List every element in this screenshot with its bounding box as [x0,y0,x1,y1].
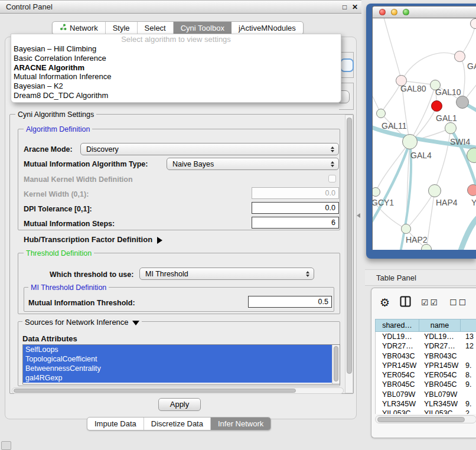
settings-scrollbar-thumb[interactable] [347,118,352,374]
table-row[interactable]: YDR27…YDR27…12 [376,341,476,351]
mi-threshold-group-title: MI Threshold Definition [28,283,109,292]
node-unlabeled-gray[interactable] [456,96,469,109]
dropdown-option-dream8[interactable]: Dream8 DC_TDC Algorithm [11,91,341,100]
algorithm-dropdown-list: Select algorithm to view settings Bayesi… [11,34,341,103]
splitter-collapse-arrow[interactable] [357,213,360,218]
tab-cyni-toolbox[interactable]: Cyni Toolbox [174,22,232,34]
split-columns-icon[interactable] [400,296,411,309]
node-label: GCY1 [372,198,394,207]
manual-kernel-width-label: Manual Kernel Width Definition [24,175,133,184]
gear-icon[interactable]: ⚙ [380,297,390,308]
dropdown-option-aracne[interactable]: ARACNE Algorithm [11,63,341,73]
node-gal4[interactable] [402,134,418,149]
column-header-shared-name[interactable]: shared… [376,319,419,331]
zoom-traffic-light-icon[interactable] [403,9,409,15]
cyni-algorithm-settings-title: Cyni Algorithm Settings [15,110,96,119]
apply-button[interactable]: Apply [158,398,201,411]
close-icon[interactable]: ✕ [352,3,358,11]
mi-threshold-field[interactable] [248,296,332,308]
settings-scrollbar-track [345,115,353,393]
node-hap4[interactable] [428,184,441,197]
hub-definition-toggle[interactable]: Hub/Transcription Factor Definition [24,235,162,244]
tab-jactivemnodules[interactable]: jActiveMNodules [232,22,303,34]
table-header-row: shared… name [375,319,476,332]
node-label: GAL80 [400,84,426,93]
mi-algorithm-type-label: Mutual Information Algorithm Type: [24,160,148,168]
mi-algorithm-type-select[interactable]: Naive Bayes [167,158,339,170]
table-hscrollbar-track [375,415,476,423]
table-row[interactable]: YIL053CYIL053C2. [376,409,476,414]
node-swi4[interactable] [445,122,457,134]
combo-arrows-icon [331,161,338,167]
dropdown-option-bayesian-hill-climbing[interactable]: Bayesian – Hill Climbing [11,44,341,54]
dpi-tolerance-field[interactable] [252,202,339,214]
sources-toggle[interactable]: Sources for Network Inference [22,318,142,327]
node-label: GAL11 [382,121,407,131]
kernel-width-field[interactable] [252,187,339,199]
tab-discretize-data[interactable]: Discretize Data [144,418,211,430]
deselect-all-columns-icon[interactable]: ☐☐ [449,298,468,307]
table-row[interactable]: YPR145WYPR145W9. [376,361,476,370]
collapsed-arrow-icon [157,237,162,244]
settings-hscrollbar-track [12,387,344,394]
mi-steps-field[interactable] [252,217,339,229]
list-item-betweennesscentrality[interactable]: BetweennessCentrality [23,364,332,373]
float-window-icon[interactable]: □ [343,3,347,11]
node-gal1[interactable] [431,100,442,112]
which-threshold-label: Which threshold to use: [50,270,133,279]
table-row[interactable]: YBR043CYBR043C [376,351,476,361]
kernel-width-label: Kernel Width (0,1): [24,190,89,198]
node-y-cut[interactable] [467,184,476,196]
tab-impute-data[interactable]: Impute Data [87,418,144,430]
combo-arrows-icon [331,146,338,152]
tab-network[interactable]: Network [53,22,106,34]
list-item-selfloops[interactable]: SelfLoops [23,345,332,354]
manual-kernel-width-checkbox[interactable] [328,175,336,182]
table-row[interactable]: YBR045CYBR045C9. [376,380,476,389]
mi-threshold-label: Mutual Information Threshold: [28,299,135,307]
dropdown-option-bayesian-k2[interactable]: Bayesian – K2 [11,81,341,91]
tab-style[interactable]: Style [106,22,138,34]
aracne-mode-label: Aracne Mode: [24,145,73,154]
tab-infer-network[interactable]: Infer Network [211,418,270,430]
expanded-arrow-icon [132,321,139,325]
list-item-gal4rgexp[interactable]: gal4RGexp [23,373,332,383]
tab-select[interactable]: Select [138,22,174,34]
table-row[interactable]: YBL079WYBL079W [376,390,476,399]
node-label: GAL [467,61,476,71]
node-label: GAL10 [435,87,461,97]
close-traffic-light-icon[interactable] [379,9,386,15]
control-panel-tabs: Network Style Select Cyni Toolbox jActiv… [52,21,304,35]
data-attributes-label: Data Attributes [22,334,77,343]
dropdown-option-basic-correlation[interactable]: Basic Correlation Inference [11,54,341,63]
minimize-traffic-light-icon[interactable] [391,9,397,15]
settings-hscrollbar-thumb[interactable] [14,389,296,393]
which-threshold-select[interactable]: MI Threshold [139,268,314,280]
list-item-topologicalcoefficient[interactable]: TopologicalCoefficient [23,354,332,364]
network-canvas[interactable]: GAL GAL80 GAL10 GAL11 GAL1 SWI4 GAL4 GCY… [372,18,476,250]
node-label: GAL1 [436,113,457,123]
hidden-combo-focus-fragment [340,58,354,72]
node-hap2[interactable] [401,224,411,234]
table-hscrollbar-thumb[interactable] [377,417,465,422]
list-scrollbar-thumb[interactable] [334,346,338,381]
table-row[interactable]: YER054CYER054C8. [376,370,476,380]
column-header-cut[interactable] [461,319,476,331]
list-scrollbar-track [332,345,340,384]
dpi-tolerance-label: DPI Tolerance [0,1]: [24,205,92,213]
aracne-mode-select[interactable]: Discovery [80,143,339,155]
network-window-titlebar[interactable] [372,6,476,18]
dropdown-option-mutual-information[interactable]: Mutual Information Inference [11,72,341,81]
column-header-name[interactable]: name [419,319,461,331]
table-row[interactable]: YLR345WYLR345W9. [376,399,476,409]
control-panel-title: Control Panel [0,2,53,11]
data-attributes-list: SelfLoops TopologicalCoefficient Between… [22,344,340,384]
select-all-columns-icon[interactable]: ☑☑ [421,298,439,307]
node-label: SWI4 [450,137,470,146]
node-label: Y [471,198,476,207]
table-panel-title: Table Panel [376,273,416,282]
node-gal-cut[interactable] [454,51,465,62]
node-gal11[interactable] [376,109,386,118]
node-label: HAP4 [436,198,458,207]
table-row[interactable]: YDL19…YDL19…13 [376,332,476,341]
